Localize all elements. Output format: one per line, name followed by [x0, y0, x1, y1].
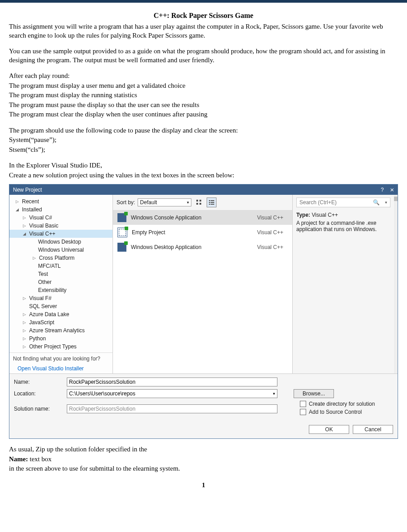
view-icons-button[interactable]: [194, 197, 204, 207]
type-value: Visual C++: [312, 212, 338, 218]
tree-cross-platform[interactable]: ▷Cross Platform: [9, 254, 113, 262]
dialog-titlebar[interactable]: New Project ? ×: [9, 184, 398, 195]
create-directory-checkbox[interactable]: Create directory for solution: [300, 401, 375, 407]
template-tree: ▷Recent ◢Installed ▷Visual C# ▷Visual Ba…: [9, 195, 113, 373]
solution-name-label: Solution name:: [14, 406, 63, 412]
tree-visual-csharp[interactable]: ▷Visual C#: [9, 214, 113, 222]
tree-azure-data-lake[interactable]: ▷Azure Data Lake: [9, 310, 113, 318]
svg-rect-1: [199, 200, 201, 202]
svg-rect-3: [199, 203, 201, 205]
add-to-source-control-checkbox[interactable]: Add to Source Control: [300, 409, 375, 415]
ok-button[interactable]: OK: [309, 425, 349, 434]
para-1: This assignment you will write a program…: [9, 22, 398, 40]
svg-rect-2: [196, 203, 198, 205]
tree-azure-stream-analytics[interactable]: ▷Azure Stream Analytics: [9, 326, 113, 335]
tree-scrollbar[interactable]: [394, 195, 398, 373]
tree-python[interactable]: ▷Python: [9, 335, 113, 343]
para-5: The program must display the running sta…: [9, 91, 398, 100]
para-8: The program should use the following cod…: [9, 126, 398, 135]
name-input[interactable]: RockPaperScissorsSolution: [67, 378, 277, 386]
tree-recent[interactable]: ▷Recent: [9, 197, 113, 206]
post-3: in the screen above to use for submittal…: [9, 464, 398, 473]
tree-other-project-types[interactable]: ▷Other Project Types: [9, 343, 113, 351]
tree-sql-server[interactable]: SQL Server: [9, 302, 113, 310]
para-6: The program must pause the display so th…: [9, 101, 398, 110]
chevron-down-icon: ▾: [273, 391, 275, 396]
sort-by-dropdown[interactable]: Default ▾: [138, 198, 191, 206]
tree-visual-cpp[interactable]: ◢Visual C++: [9, 230, 113, 238]
svg-rect-4: [209, 200, 210, 201]
para-3: After each play round:: [9, 72, 398, 81]
new-project-dialog: New Project ? × ▷Recent ◢Installed ▷Visu…: [9, 184, 398, 439]
checkbox-icon: [300, 409, 306, 415]
svg-rect-9: [211, 204, 214, 205]
tree-visual-fsharp[interactable]: ▷Visual F#: [9, 294, 113, 302]
para-7: The program must clear the display when …: [9, 110, 398, 119]
template-empty-project[interactable]: Empty Project Visual C++: [113, 225, 292, 240]
tree-visual-basic[interactable]: ▷Visual Basic: [9, 222, 113, 230]
template-windows-desktop-app[interactable]: Windows Desktop Application Visual C++: [113, 240, 292, 254]
tree-other[interactable]: Other: [9, 278, 113, 286]
tree-mfc-atl[interactable]: MFC/ATL: [9, 262, 113, 270]
help-icon[interactable]: ?: [381, 187, 384, 193]
para-4: The program must display a user menu and…: [9, 82, 398, 90]
sort-by-label: Sort by:: [117, 199, 135, 206]
location-label: Location:: [14, 390, 63, 397]
template-windows-console-app[interactable]: Windows Console Application Visual C++: [113, 210, 292, 225]
svg-rect-7: [211, 202, 214, 203]
svg-rect-8: [209, 204, 210, 205]
page-number: 1: [9, 481, 398, 489]
cancel-button[interactable]: Cancel: [353, 425, 393, 434]
empty-project-icon: [117, 227, 127, 237]
para-2: You can use the sample output provided t…: [9, 47, 398, 64]
para-9: System(“pause”);: [9, 136, 398, 145]
template-description: A project for a command-line .exe applic…: [296, 220, 390, 232]
checkbox-icon: [300, 401, 306, 407]
svg-rect-5: [211, 200, 214, 201]
close-icon[interactable]: ×: [390, 186, 394, 193]
not-finding-label: Not finding what you are looking for?: [9, 352, 113, 365]
search-input[interactable]: [297, 198, 370, 207]
console-app-icon: [117, 213, 126, 222]
dialog-title: New Project: [13, 187, 42, 193]
view-list-button[interactable]: [207, 197, 216, 207]
doc-title: C++: Rock Paper Scissors Game: [9, 12, 398, 20]
location-input[interactable]: C:\Users\User\source\repos ▾: [67, 389, 277, 398]
desktop-app-icon: [117, 243, 126, 252]
solution-name-input[interactable]: RockPaperScissorsSolution: [67, 404, 277, 413]
svg-rect-0: [196, 200, 198, 202]
browse-button[interactable]: Browse...: [294, 389, 334, 398]
post-1: As usual, Zip up the solution folder spe…: [9, 445, 398, 454]
tree-javascript[interactable]: ▷JavaScript: [9, 318, 113, 326]
name-label: Name:: [14, 379, 63, 385]
para-12: Create a new solution project using the …: [9, 171, 398, 180]
para-11: In the Explorer Visual Studio IDE,: [9, 161, 398, 170]
tree-installed[interactable]: ◢Installed: [9, 206, 113, 214]
tree-windows-universal[interactable]: Windows Universal: [9, 246, 113, 254]
type-label: Type:: [296, 212, 310, 218]
tree-windows-desktop[interactable]: Windows Desktop: [9, 238, 113, 246]
post-2: Name: text box: [9, 455, 398, 464]
chevron-down-icon: ▾: [187, 200, 189, 205]
search-icon[interactable]: 🔍: [370, 199, 382, 206]
tree-test[interactable]: Test: [9, 270, 113, 278]
para-10: Stsem(“cls”);: [9, 146, 398, 154]
open-vs-installer-link[interactable]: Open Visual Studio Installer: [9, 365, 113, 373]
tree-extensibility[interactable]: Extensibility: [9, 286, 113, 294]
search-dropdown-icon[interactable]: ▾: [382, 200, 390, 205]
svg-rect-6: [209, 202, 210, 203]
